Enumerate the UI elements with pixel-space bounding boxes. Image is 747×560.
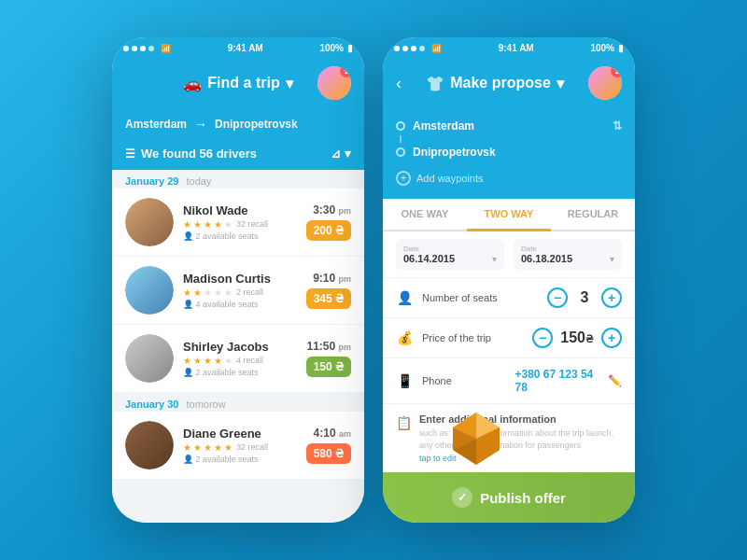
- driver-card-nikol[interactable]: Nikol Wade ★ ★ ★ ★ ★ 32 recall 👤 2 avail…: [112, 189, 364, 256]
- driver-photo-nikol: [125, 198, 174, 246]
- left-phone: 📶 9:41 AM 100% ▮ 🚗 Find a trip ▾ 2: [112, 37, 364, 523]
- left-avatar[interactable]: 2: [317, 66, 351, 100]
- right-header-title: Make propose: [450, 75, 551, 91]
- driver-info-shirley: Shirley Jacobs ★ ★ ★ ★ ★ 4 recall 👤 2 av…: [183, 340, 297, 377]
- drivers-list: January 29 today Nikol Wade ★ ★ ★ ★: [112, 170, 364, 523]
- photo-img-shirley: [125, 334, 174, 383]
- tab-regular[interactable]: REGULAR: [551, 199, 635, 231]
- date-field-2[interactable]: Date 06.18.2015 ▾: [514, 239, 622, 270]
- driver-card-madison[interactable]: Madison Curtis ★ ★ ★ ★ ★ 2 recall 👤 4 av…: [112, 257, 364, 324]
- driver-seats-nikol: 👤 2 available seats: [183, 231, 297, 241]
- price-plus-btn[interactable]: +: [601, 328, 622, 348]
- driver-seats-diane: 👤 2 available seats: [183, 455, 297, 464]
- find-trip-title[interactable]: 🚗 Find a trip ▾: [183, 75, 292, 92]
- driver-name-diane: Diane Greene: [183, 427, 297, 441]
- driver-time-madison: 9:10 pm: [313, 272, 351, 285]
- money-icon: 💰: [396, 330, 413, 345]
- car-icon: 🚗: [183, 75, 202, 92]
- seats-plus-btn[interactable]: +: [601, 287, 622, 308]
- photo-img-diane: [125, 421, 174, 469]
- date-jan30: January 30: [125, 399, 178, 410]
- driver-info-diane: Diane Greene ★ ★ ★ ★ ★ 32 recall 👤 2 ava…: [183, 427, 297, 464]
- photo-img-madison: [125, 266, 174, 315]
- waypoint-to: Dnipropetrovsk: [396, 143, 622, 161]
- price-diane: 580 ₴: [306, 443, 351, 464]
- left-status-bar: 📶 9:41 AM 100% ▮: [112, 37, 364, 57]
- date-jan29-label: today: [186, 175, 211, 187]
- phone-row: 📱 Phone +380 67 123 54 78 ✏️: [383, 358, 635, 404]
- avatar-badge: 2: [340, 66, 351, 77]
- driver-time-shirley: 11:50 pm: [306, 340, 351, 353]
- calendar-icon-1: ▾: [492, 254, 497, 264]
- add-waypoints-label: Add waypoints: [416, 173, 484, 184]
- driver-right-diane: 4:10 am 580 ₴: [306, 427, 351, 464]
- driver-name-nikol: Nikol Wade: [183, 203, 297, 217]
- price-minus-btn[interactable]: −: [532, 328, 553, 348]
- right-phone: 📶 9:41 AM 100% ▮ ‹ 👕 Make propose ▾: [383, 37, 635, 523]
- date-jan29: January 29: [125, 175, 178, 187]
- driver-right-madison: 9:10 pm 345 ₴: [306, 272, 351, 309]
- driver-stars-nikol: ★ ★ ★ ★ ★ 32 recall: [183, 219, 297, 230]
- right-signal: 📶: [394, 44, 442, 53]
- price-shirley: 150 ₴: [306, 357, 351, 377]
- seats-row: 👤 Number of seats − 3 +: [383, 278, 635, 318]
- publish-offer-button[interactable]: ✓ Publish offer: [383, 472, 635, 523]
- price-nikol: 200 ₴: [306, 220, 351, 241]
- star1: ★: [183, 287, 191, 298]
- date2-row: 06.18.2015 ▾: [521, 253, 614, 264]
- form-content: Date 06.14.2015 ▾ Date 06.18.2015 ▾: [383, 231, 635, 472]
- battery-text: 100%: [319, 43, 344, 53]
- waypoint-connector: [396, 135, 622, 143]
- filter-area[interactable]: ⊿ ▾: [331, 147, 351, 161]
- to-dot: [396, 147, 405, 157]
- waypoints-section: Amsterdam ⇅ Dnipropetrovsk + Add waypoin…: [383, 109, 635, 199]
- date1-row: 06.14.2015 ▾: [403, 253, 497, 264]
- right-status-right: 100% ▮: [590, 43, 624, 53]
- filter-icon: ⊿: [331, 147, 341, 161]
- right-avatar[interactable]: 2: [588, 66, 622, 100]
- results-header: ☰ We found 56 drivers ⊿ ▾: [112, 139, 364, 170]
- date-field-1[interactable]: Date 06.14.2015 ▾: [396, 239, 504, 270]
- waypoint-dots-col: [396, 121, 405, 131]
- additional-inner: 📋 Enter additional information such as: …: [396, 413, 622, 463]
- seats-minus-btn[interactable]: −: [547, 287, 568, 308]
- star5: ★: [224, 287, 233, 298]
- person-icon: 👤: [396, 290, 413, 305]
- title-chevron: ▾: [286, 75, 293, 92]
- driver-seats-shirley: 👤 2 available seats: [183, 368, 297, 377]
- back-button[interactable]: ‹: [396, 74, 402, 93]
- right-avatar-badge: 2: [611, 66, 622, 77]
- tab-two-way[interactable]: TWO WAY: [467, 199, 551, 231]
- driver-card-diane[interactable]: Diane Greene ★ ★ ★ ★ ★ 32 recall 👤 2 ava…: [112, 412, 364, 479]
- right-wifi-icon: 📶: [431, 44, 442, 53]
- sort-icon: ⇅: [613, 119, 622, 133]
- right-battery-icon: ▮: [618, 43, 624, 53]
- date2-label: Date: [521, 245, 614, 253]
- dot4: [148, 46, 154, 51]
- edit-icon[interactable]: ✏️: [608, 374, 622, 387]
- driver-info-nikol: Nikol Wade ★ ★ ★ ★ ★ 32 recall 👤 2 avail…: [183, 203, 297, 241]
- price-label: Price of the trip: [422, 332, 523, 343]
- date1-value: 06.14.2015: [403, 253, 455, 264]
- additional-row[interactable]: 📋 Enter additional information such as: …: [383, 404, 635, 472]
- calendar-icon-2: ▾: [610, 254, 614, 264]
- route-arrow-icon: →: [194, 117, 207, 132]
- driver-recall-madison: 2 recall: [236, 287, 263, 298]
- info-icon: 📋: [396, 415, 412, 430]
- driver-right-nikol: 3:30 pm 200 ₴: [306, 203, 351, 241]
- battery-icon: ▮: [347, 43, 353, 53]
- star1: ★: [183, 219, 191, 230]
- right-status-time: 9:41 AM: [499, 43, 534, 53]
- driver-name-madison: Madison Curtis: [183, 272, 297, 286]
- dates-row: Date 06.14.2015 ▾ Date 06.18.2015 ▾: [383, 231, 635, 278]
- make-propose-title[interactable]: 👕 Make propose ▾: [426, 75, 564, 92]
- price-counter: − 150₴ +: [532, 328, 622, 348]
- tab-one-way[interactable]: ONE WAY: [383, 199, 467, 231]
- driver-time-nikol: 3:30 pm: [313, 203, 351, 217]
- driver-name-shirley: Shirley Jacobs: [183, 340, 297, 354]
- driver-card-shirley[interactable]: Shirley Jacobs ★ ★ ★ ★ ★ 4 recall 👤 2 av…: [112, 325, 364, 392]
- add-waypoints-btn[interactable]: + Add waypoints: [396, 167, 622, 189]
- price-value: 150₴: [560, 329, 594, 346]
- plus-circle-icon: +: [396, 171, 411, 186]
- photo-img-nikol: [125, 198, 174, 246]
